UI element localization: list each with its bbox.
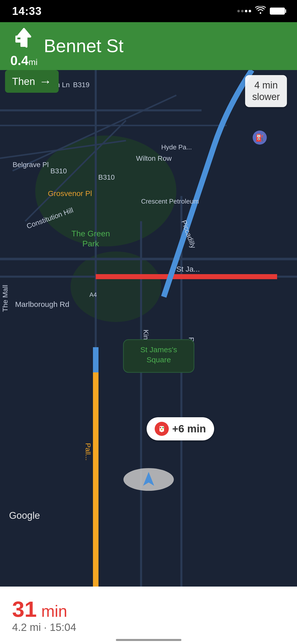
svg-point-6 xyxy=(71,251,161,322)
location-oval xyxy=(123,468,174,491)
svg-rect-47 xyxy=(161,431,162,432)
distance-display: 0.4mi xyxy=(10,54,38,67)
traffic-delay-text: +6 min xyxy=(172,423,206,435)
svg-text:The Mall: The Mall xyxy=(1,285,9,312)
svg-text:Grosvenor Pl: Grosvenor Pl xyxy=(48,189,92,198)
svg-text:Belgrave Pl: Belgrave Pl xyxy=(13,161,49,169)
traffic-icon xyxy=(155,422,169,436)
alt-route-line2: slower xyxy=(252,91,280,103)
wifi-icon xyxy=(255,6,266,16)
alt-route-line1: 4 min xyxy=(252,80,280,91)
svg-text:Square: Square xyxy=(147,356,171,364)
status-bar: 14:33 xyxy=(0,0,297,22)
bottom-bar: 31 min 4.2 mi · 15:04 xyxy=(0,587,297,644)
svg-text:B319: B319 xyxy=(73,81,89,89)
svg-text:Crescent Petroleum: Crescent Petroleum xyxy=(141,198,199,205)
svg-text:Hyde Pa...: Hyde Pa... xyxy=(161,143,192,151)
traffic-delay-badge[interactable]: +6 min xyxy=(147,417,214,440)
signal-icon xyxy=(237,10,251,12)
then-turn-arrow: → xyxy=(39,74,52,89)
map-view[interactable]: Belgrave Pl B310 B310 B319 Logan Ln Wilt… xyxy=(0,70,297,587)
svg-text:Park: Park xyxy=(82,239,99,248)
svg-text:Wilton Row: Wilton Row xyxy=(136,154,172,162)
eta-details: 4.2 mi · 15:04 xyxy=(12,621,285,633)
then-label: Then xyxy=(12,76,35,87)
svg-text:B310: B310 xyxy=(50,167,67,175)
status-time: 14:33 xyxy=(12,5,42,17)
then-instruction: Then → xyxy=(5,70,59,93)
battery-icon xyxy=(270,8,285,15)
svg-text:A4: A4 xyxy=(89,291,97,298)
nav-header: 0.4mi Bennet St xyxy=(0,22,297,70)
svg-point-45 xyxy=(162,427,164,428)
svg-text:Pall...: Pall... xyxy=(84,443,92,461)
svg-text:St Ja...: St Ja... xyxy=(176,265,200,273)
turn-direction: 0.4mi xyxy=(10,25,38,67)
svg-point-0 xyxy=(260,12,261,14)
turn-arrow-icon xyxy=(11,25,37,54)
svg-text:Marlborough Rd: Marlborough Rd xyxy=(15,300,69,308)
svg-point-44 xyxy=(160,427,161,428)
svg-point-46 xyxy=(161,429,162,430)
svg-text:B310: B310 xyxy=(98,173,115,181)
google-watermark: Google xyxy=(9,510,40,521)
alt-route-badge[interactable]: 4 min slower xyxy=(245,75,287,107)
svg-text:St James's: St James's xyxy=(140,345,177,354)
location-marker xyxy=(123,468,174,491)
eta-minutes: 31 min xyxy=(12,598,67,620)
street-name: Bennet St xyxy=(44,36,287,56)
status-icons xyxy=(237,6,285,16)
svg-text:The Green: The Green xyxy=(72,229,110,238)
gas-station-marker: ⛽ xyxy=(253,131,267,145)
svg-rect-3 xyxy=(15,39,22,42)
svg-marker-48 xyxy=(143,472,154,486)
home-indicator xyxy=(116,639,181,641)
